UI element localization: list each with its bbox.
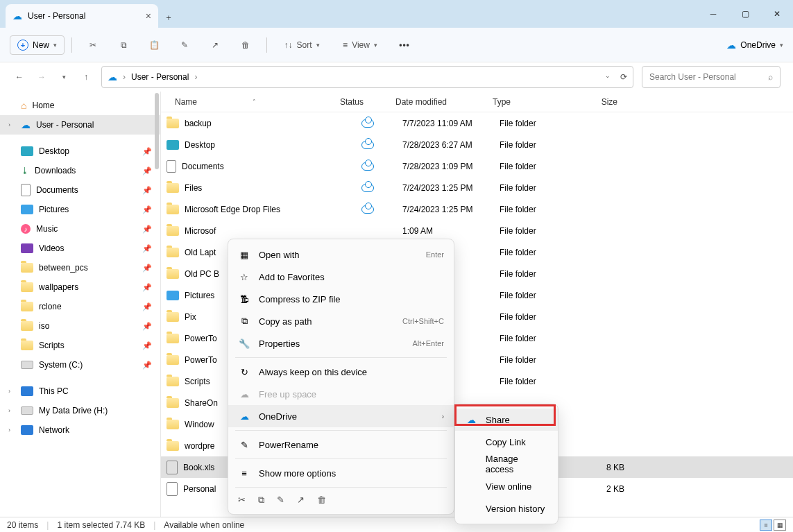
videos-icon: [21, 243, 33, 253]
sidebar-item[interactable]: between_pcs📌: [0, 258, 160, 277]
wrench-icon: 🔧: [238, 338, 250, 349]
context-item-label: OneDrive: [259, 411, 297, 422]
delete-icon[interactable]: 🗑: [232, 33, 259, 58]
expander-icon[interactable]: ›: [8, 407, 15, 414]
file-name: PowerTo: [185, 334, 217, 343]
sidebar-item[interactable]: ›☁User - Personal: [0, 115, 160, 135]
context-item[interactable]: 🔧PropertiesAlt+Enter: [228, 332, 454, 354]
sidebar-item[interactable]: ⭳Downloads📌: [0, 161, 160, 180]
column-headers[interactable]: Name˄ Status Date modified Type Size: [161, 92, 793, 112]
sidebar-item[interactable]: ⌂Home: [0, 96, 160, 115]
cloud-status-icon: [361, 184, 374, 192]
expander-icon[interactable]: ›: [8, 388, 15, 395]
status-selected: 1 item selected 7.74 KB: [57, 520, 145, 530]
sidebar-item[interactable]: rclone📌: [0, 297, 160, 316]
recent-dropdown[interactable]: ▾: [57, 70, 71, 84]
file-status: [340, 162, 395, 171]
large-icons-view-icon[interactable]: ▦: [774, 520, 786, 531]
star-icon: ☆: [238, 272, 250, 282]
more-button[interactable]: •••: [391, 33, 418, 58]
delete-icon[interactable]: 🗑: [317, 495, 326, 506]
context-item[interactable]: ✎PowerRename: [228, 434, 454, 456]
chevron-down-icon[interactable]: ⌄: [605, 72, 611, 82]
copy-icon[interactable]: ⧉: [258, 495, 264, 506]
file-name: Desktop: [185, 140, 215, 150]
context-sub-label: Version history: [486, 504, 545, 514]
scrollbar-thumb[interactable]: [155, 93, 159, 169]
sidebar-item[interactable]: System (C:)📌: [0, 355, 160, 375]
onedrive-status[interactable]: ☁ OneDrive ▾: [726, 40, 783, 51]
sidebar-item[interactable]: Desktop📌: [0, 141, 160, 161]
context-item[interactable]: ↻Always keep on this device: [228, 361, 454, 383]
view-button[interactable]: ≡ View ▾: [332, 33, 388, 58]
close-tab-icon[interactable]: ×: [146, 10, 151, 22]
details-view-icon[interactable]: ≡: [760, 520, 772, 531]
pc-icon: [21, 386, 33, 396]
back-button[interactable]: ←: [12, 70, 26, 84]
sidebar-item[interactable]: ›My Data Drive (H:): [0, 401, 160, 420]
context-item[interactable]: ☆Add to Favorites: [228, 266, 454, 288]
context-sub-item[interactable]: View online: [455, 475, 558, 497]
rename-icon[interactable]: ✎: [277, 495, 284, 506]
sidebar-item[interactable]: ›Network: [0, 420, 160, 440]
file-row[interactable]: Documents7/28/2023 1:09 PMFile folder: [161, 155, 793, 177]
context-sub-item[interactable]: ☁Share: [455, 409, 558, 431]
expander-icon[interactable]: ›: [8, 427, 15, 434]
address-bar[interactable]: ☁ › User - Personal › ⌄ ⟳: [101, 66, 633, 88]
view-icon: ≡: [343, 40, 348, 50]
sidebar-item[interactable]: wallpapers📌: [0, 277, 160, 297]
copy-icon[interactable]: ⧉: [110, 33, 137, 58]
new-tab-button[interactable]: ＋: [158, 7, 179, 28]
cloud-status-icon: [361, 119, 374, 128]
window-tab[interactable]: ☁ User - Personal ×: [6, 4, 158, 28]
new-button[interactable]: + New ▾: [10, 35, 65, 55]
file-row[interactable]: Microsoft Edge Drop Files7/24/2023 1:25 …: [161, 198, 793, 220]
cut-icon[interactable]: ✂: [238, 495, 246, 506]
context-sub-item[interactable]: Manage access: [455, 453, 558, 475]
context-sub-item[interactable]: Copy Link: [455, 431, 558, 453]
rename-icon[interactable]: ✎: [171, 33, 198, 58]
expander-icon[interactable]: ›: [8, 121, 15, 128]
sort-button[interactable]: ↑↓ Sort ▾: [274, 33, 330, 58]
paste-icon[interactable]: 📋: [140, 33, 168, 58]
context-item[interactable]: ☁OneDrive›: [228, 405, 454, 427]
file-type: File folder: [493, 269, 576, 279]
up-button[interactable]: ↑: [79, 70, 93, 84]
minimize-button[interactable]: ─: [697, 0, 729, 28]
sidebar-item[interactable]: Documents📌: [0, 180, 160, 200]
forward-button[interactable]: →: [35, 70, 49, 84]
sidebar-item[interactable]: ›This PC: [0, 381, 160, 401]
context-item[interactable]: ▦Open withEnter: [228, 243, 454, 266]
context-item[interactable]: ⧉Copy as pathCtrl+Shift+C: [228, 310, 454, 332]
sidebar-item[interactable]: Pictures📌: [0, 200, 160, 219]
file-name: Pix: [185, 312, 196, 322]
file-row[interactable]: backup7/7/2023 11:09 AMFile folder: [161, 112, 793, 134]
breadcrumb[interactable]: User - Personal: [131, 72, 189, 82]
maximize-button[interactable]: ▢: [729, 0, 761, 28]
document-icon: [21, 184, 31, 196]
file-row[interactable]: Files7/24/2023 1:25 PMFile folder: [161, 177, 793, 198]
refresh-icon[interactable]: ⟳: [620, 72, 627, 82]
share-icon[interactable]: ↗: [297, 495, 305, 506]
search-input[interactable]: Search User - Personal ⌕: [642, 66, 781, 88]
cut-icon[interactable]: ✂: [79, 33, 107, 58]
divider: [71, 37, 72, 53]
file-type: File folder: [493, 291, 576, 300]
file-type: File folder: [493, 140, 576, 150]
sidebar-item[interactable]: Scripts📌: [0, 336, 160, 355]
context-sub-item[interactable]: Version history: [455, 497, 558, 520]
sidebar-item[interactable]: iso📌: [0, 316, 160, 336]
sidebar-item[interactable]: Videos📌: [0, 239, 160, 258]
desktop-icon: [167, 140, 179, 150]
sidebar-item[interactable]: ♪Music📌: [0, 219, 160, 239]
onedrive-icon: ☁: [238, 411, 250, 422]
file-row[interactable]: Desktop7/28/2023 6:27 AMFile folder: [161, 134, 793, 155]
title-bar: ☁ User - Personal × ＋ ─ ▢ ✕: [0, 0, 793, 28]
pin-icon: 📌: [142, 361, 152, 370]
share-icon[interactable]: ↗: [201, 33, 229, 58]
close-window-button[interactable]: ✕: [761, 0, 793, 28]
sidebar-item-label: Music: [36, 224, 58, 234]
context-item[interactable]: ≡Show more options: [228, 462, 454, 484]
context-item[interactable]: 🗜Compress to ZIP file: [228, 288, 454, 310]
zip-icon: 🗜: [238, 294, 250, 304]
